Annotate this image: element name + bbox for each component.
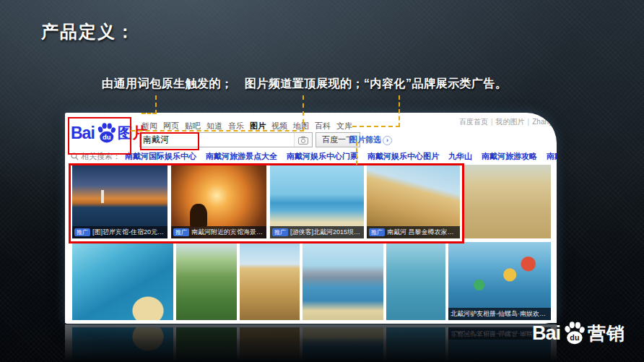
filter-link-label: 图片筛选 [349,135,381,144]
result-image[interactable] [303,242,383,320]
ad-badge: 推广 [173,228,189,236]
nav-tab-wenku[interactable]: 文库 [336,121,352,132]
page-title: 产品定义： [41,20,135,43]
link-separator: | [528,118,530,126]
caption-text: [游侠客]北戴河2015坝上… [290,228,362,237]
result-image[interactable] [176,242,237,320]
result-image[interactable]: 推广 南戴河附近的宾馆海景房70… [171,165,266,238]
search-input[interactable] [140,133,294,147]
related-term[interactable]: 南戴河南娱 [547,151,557,162]
related-search-label: 相关搜索： [81,151,121,162]
result-image[interactable] [463,165,551,238]
result-image[interactable]: 推广 南戴河 昌黎金樽农家院 欢迎… [367,165,460,238]
search-box [139,132,313,147]
camera-search-icon[interactable] [294,133,312,147]
chevron-right-icon: › [383,136,392,145]
footer-logo-bai-text: Bai [532,322,560,345]
leader-line [155,95,157,114]
caption-text: 北戴河驴友相册-仙螺岛·南娱欢乐之旅… [451,309,549,319]
result-image[interactable]: 北戴河驴友相册-仙螺岛·南娱欢乐之旅… [448,242,551,320]
baidu-marketing-logo: Bai du 营销 [532,321,625,345]
caption-text: [图]碧岸宾馆-住宿20元南戴… [92,228,165,237]
result-image[interactable]: 推广 [游侠客]北戴河2015坝上… [270,165,364,238]
related-term[interactable]: 南戴河国际娱乐中心 [125,151,196,162]
related-term[interactable]: 南戴河旅游景点大全 [206,151,277,162]
ad-badge: 推广 [369,228,385,236]
ad-badge: 推广 [74,228,90,236]
image-results-gallery: 推广 [图]碧岸宾馆-住宿20元南戴… 推广 南戴河附近的宾馆海景房70… 推广… [65,163,557,323]
footer-logo-marketing-text: 营销 [588,322,625,345]
home-link[interactable]: 百度首页 [459,118,488,126]
related-term[interactable]: 九华山 [448,151,472,162]
annotation-text: 由通用词包原生触发的； 图片频道置顶展现的；“内容化”品牌展示类广告。 [102,77,508,92]
my-images-link[interactable]: 我的图片 [496,118,525,126]
link-separator: | [491,118,493,126]
svg-text:du: du [570,333,579,342]
caption-text: 南戴河 昌黎金樽农家院 欢迎… [387,228,458,237]
image-caption: 推广 南戴河附近的宾馆海景房70… [171,226,266,238]
leader-line [131,130,304,132]
result-image[interactable] [386,242,445,320]
username-link[interactable]: Zhangnan2013 [532,118,557,126]
image-caption: 推广 南戴河 昌黎金樽农家院 欢迎… [367,226,460,238]
window-reflection: 推广 [图]碧岸宾馆-住宿20元南戴… 推广 南戴河附近的宾馆海景房70… 推广… [65,324,557,362]
image-caption: 推广 [游侠客]北戴河2015坝上… [270,226,364,238]
slide: 产品定义： 由通用词包原生触发的； 图片频道置顶展现的；“内容化”品牌展示类广告… [0,0,644,362]
caption-text: 南戴河附近的宾馆海景房70… [191,228,264,237]
baidu-image-logo[interactable]: Bai du 图 片 [71,122,148,144]
baidu-paw-icon: du [95,122,117,144]
reflection-shade [65,324,557,362]
leader-line [142,113,157,114]
leader-line [303,95,304,132]
logo-bai-text: Bai [71,124,95,143]
user-links: 百度首页|我的图片|Zhangnan2013 [459,117,557,127]
image-caption: 推广 [图]碧岸宾馆-住宿20元南戴… [72,226,167,238]
result-image[interactable] [72,242,173,320]
result-image[interactable] [240,242,300,320]
ad-badge: 推广 [272,228,288,236]
related-term[interactable]: 南戴河旅游攻略 [482,151,537,162]
leader-line [399,95,400,127]
logo-channel-char: 图 [118,123,133,143]
baidu-paw-icon: du [562,321,586,345]
related-term[interactable]: 南戴河娱乐中心门票 [287,151,358,162]
related-term[interactable]: 南戴河娱乐中心图片 [367,151,439,162]
search-icon [71,152,79,160]
image-caption: 北戴河驴友相册-仙螺岛·南娱欢乐之旅… [448,308,551,320]
leader-line [352,126,400,127]
leader-line [356,142,357,165]
related-search-row: 相关搜索： 南戴河国际娱乐中心 南戴河旅游景点大全 南戴河娱乐中心门票 南戴河娱… [71,151,557,162]
svg-text:du: du [103,133,111,141]
nav-tab-baike[interactable]: 百科 [315,121,331,132]
result-image[interactable]: 推广 [图]碧岸宾馆-住宿20元南戴… [72,165,167,238]
